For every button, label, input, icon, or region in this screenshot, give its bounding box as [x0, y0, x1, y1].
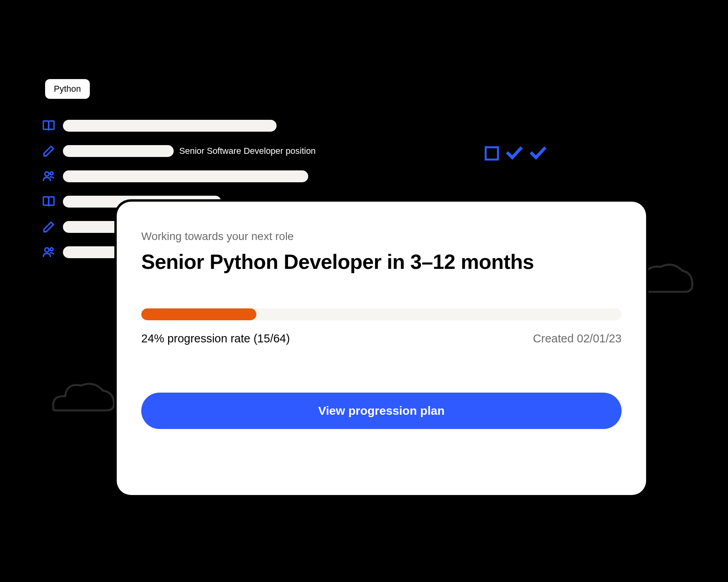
checkbox-group: [485, 146, 546, 161]
progression-card: Working towards your next role Senior Py…: [117, 202, 646, 495]
created-date: Created 02/01/23: [533, 332, 622, 345]
progress-info-row: 24% progression rate (15/64) Created 02/…: [141, 332, 622, 345]
svg-point-1: [50, 172, 53, 175]
pencil-icon: [42, 144, 56, 158]
task-row: Senior Software Developer position: [42, 144, 316, 158]
task-row: [42, 169, 316, 183]
pencil-icon: [42, 220, 56, 234]
checkbox-unchecked[interactable]: [485, 146, 499, 161]
skill-tag[interactable]: Python: [45, 79, 90, 99]
task-text: Senior Software Developer position: [179, 146, 316, 156]
people-icon: [42, 245, 56, 259]
task-bar-placeholder: [63, 145, 174, 157]
card-subtitle: Working towards your next role: [141, 230, 622, 243]
svg-point-2: [45, 248, 49, 252]
svg-point-0: [45, 172, 49, 176]
people-icon: [42, 169, 56, 183]
progress-text: 24% progression rate (15/64): [141, 332, 290, 345]
task-bar-placeholder: [63, 170, 308, 182]
svg-point-3: [50, 248, 53, 251]
checkbox-checked-icon[interactable]: [530, 146, 546, 161]
checkbox-checked-icon[interactable]: [506, 146, 523, 161]
book-icon: [42, 195, 56, 209]
task-bar-placeholder: [63, 120, 277, 132]
progress-bar: [141, 308, 622, 320]
book-icon: [42, 119, 56, 133]
cloud-decoration-left: [44, 372, 119, 415]
card-title: Senior Python Developer in 3–12 months: [141, 250, 622, 274]
progress-fill: [141, 308, 256, 320]
task-row: [42, 119, 316, 133]
view-progression-button[interactable]: View progression plan: [141, 393, 622, 429]
